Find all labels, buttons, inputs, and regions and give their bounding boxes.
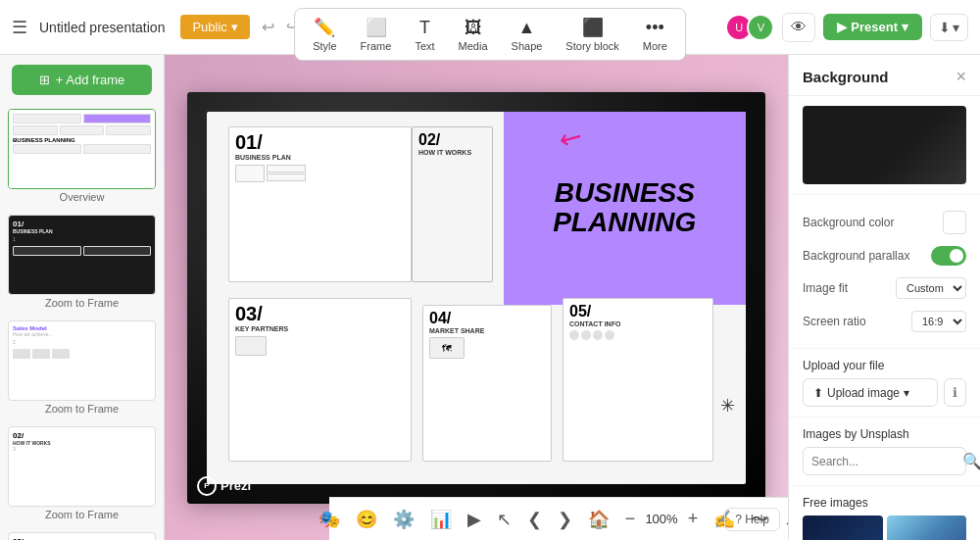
section-03-diagram — [235, 336, 267, 356]
present-button[interactable]: ▶ Present ▾ — [823, 14, 922, 40]
toolbar-style[interactable]: ✏️ Style — [303, 13, 346, 56]
bg-color-label: Background color — [803, 216, 894, 229]
slide-thumb-4[interactable]: 03/ KEY PARTNERS 4 — [8, 532, 156, 540]
mini-box — [13, 114, 81, 123]
next-button[interactable]: ❯ — [552, 505, 578, 534]
section-04[interactable]: 04/ MARKET SHARE 🗺 — [422, 305, 552, 462]
frame-label: Frame — [361, 40, 392, 52]
zoom-in-button[interactable]: + — [682, 505, 705, 533]
free-images-title: Free images — [803, 496, 966, 510]
mini-num: 01/ — [13, 220, 151, 228]
slide-item-4[interactable]: 03/ KEY PARTNERS 4 Zoom to Frame — [0, 528, 164, 540]
upload-chevron-icon: ▾ — [904, 386, 909, 400]
chart-button[interactable]: 📊 — [424, 505, 458, 534]
slide-thumb-overview[interactable]: BUSINESS PLANNING — [8, 109, 156, 189]
slide-item-overview[interactable]: BUSINESS PLANNING Overview — [0, 105, 164, 211]
preview-button[interactable]: 👁 — [782, 13, 815, 42]
section-05[interactable]: 05/ CONTACT INFO — [563, 298, 713, 462]
toolbar-shape[interactable]: ▲ Shape — [502, 14, 553, 56]
slide-label-3: Zoom to Frame — [8, 507, 156, 524]
slide-thumb-1[interactable]: 01/ BUSINESS PLAN 1 — [8, 215, 156, 295]
mini-row — [13, 246, 151, 256]
download-button[interactable]: ⬇ ▾ — [930, 14, 968, 41]
download-chevron-icon: ▾ — [953, 20, 959, 35]
toolbar-story-block[interactable]: ⬛ Story block — [556, 13, 628, 56]
bg-color-swatch[interactable] — [943, 211, 966, 234]
contact-icon — [581, 330, 591, 340]
insert-button[interactable]: 🎭 — [313, 505, 346, 534]
public-label: Public — [192, 20, 226, 34]
left-sidebar: ⊞ + Add frame BUSINESS PLANNING — [0, 55, 165, 540]
slide-item-1[interactable]: 01/ BUSINESS PLAN 1 Zoom to Frame — [0, 211, 164, 317]
section-02[interactable]: 02/ HOW IT WORKS — [412, 126, 493, 283]
add-frame-label: + Add frame — [56, 73, 124, 87]
free-images-section: Free images — [789, 486, 980, 540]
help-label: ? Help — [735, 513, 769, 526]
screen-ratio-select[interactable]: 16:9 4:3 — [911, 311, 966, 332]
prezi-text: Prezi — [220, 478, 251, 493]
free-image-1[interactable] — [803, 515, 883, 540]
slide-inner: BUSINESS PLANNING 01/ BUSINESS PLAN — [207, 112, 746, 484]
slide-canvas[interactable]: BUSINESS PLANNING 01/ BUSINESS PLAN — [187, 92, 765, 504]
story-block-label: Story block — [565, 40, 618, 52]
search-input[interactable] — [811, 455, 958, 468]
slide-item-2[interactable]: Sales Model How we achieve... 2 Zoom to … — [0, 317, 164, 422]
mini-content-3: 02/ HOW IT WORKS 3 — [9, 427, 155, 456]
panel-preview-section — [789, 96, 980, 195]
section-num-05: 05/ — [569, 303, 707, 320]
bg-color-row: Background color — [803, 205, 966, 240]
section-title-05: CONTACT INFO — [569, 320, 707, 327]
slide-item-3[interactable]: 02/ HOW IT WORKS 3 Zoom to Frame — [0, 422, 164, 528]
text-label: Text — [415, 40, 434, 52]
upload-section: Upload your file ⬆ Upload image ▾ ℹ — [789, 349, 980, 417]
help-button[interactable]: ? Help — [724, 508, 780, 531]
emoji-button[interactable]: 😊 — [350, 505, 383, 534]
home-button[interactable]: 🏠 — [582, 505, 615, 534]
present-label: Present — [851, 20, 898, 34]
section-03[interactable]: 03/ KEY PARTNERS — [228, 298, 412, 462]
style-label: Style — [313, 40, 336, 52]
mini-row — [13, 144, 151, 154]
mini-num-badge: 1 — [13, 236, 151, 242]
public-button[interactable]: Public ▾ — [180, 15, 249, 39]
panel-close-button[interactable]: × — [956, 67, 966, 87]
slide-thumb-3[interactable]: 02/ HOW IT WORKS 3 — [8, 426, 156, 507]
hamburger-icon[interactable]: ☰ — [12, 17, 27, 38]
toolbar-more[interactable]: ••• More — [633, 14, 677, 56]
mini-content-overview: BUSINESS PLANNING — [9, 110, 155, 188]
image-fit-select[interactable]: Custom Cover Contain — [896, 277, 966, 299]
mini-steps — [13, 349, 151, 359]
mini-content-1: 01/ BUSINESS PLAN 1 — [9, 216, 155, 262]
cursor-button[interactable]: ↖ — [491, 505, 517, 534]
play-button[interactable]: ▶ — [462, 505, 487, 534]
section-01[interactable]: 01/ BUSINESS PLAN — [228, 126, 412, 283]
mini-num-3: 02/ — [13, 431, 151, 440]
info-button[interactable]: ℹ — [944, 378, 966, 407]
step-box — [13, 349, 30, 359]
add-frame-button[interactable]: ⊞ + Add frame — [12, 65, 152, 95]
prezi-circle-icon: P — [197, 476, 217, 496]
settings-button[interactable]: ⚙️ — [387, 505, 420, 534]
mini-box — [83, 144, 152, 154]
section-num-01: 01/ — [235, 131, 405, 154]
contact-icon — [605, 330, 614, 340]
upload-image-button[interactable]: ⬆ Upload image ▾ — [803, 378, 938, 407]
free-image-2[interactable] — [887, 515, 967, 540]
slide-thumb-2[interactable]: Sales Model How we achieve... 2 — [8, 320, 156, 401]
bg-parallax-toggle[interactable] — [931, 246, 966, 266]
text-icon: T — [419, 18, 430, 38]
mini-box-dark — [83, 246, 152, 256]
section-title-04: MARKET SHARE — [429, 327, 545, 334]
media-icon: 🖼 — [465, 18, 482, 38]
media-label: Media — [459, 40, 488, 52]
toolbar-text[interactable]: T Text — [405, 14, 444, 56]
undo-button[interactable]: ↩ — [258, 16, 278, 38]
mini-box — [60, 125, 105, 135]
right-panel: Background × Background color Background… — [788, 55, 980, 540]
toolbar-frame[interactable]: ⬜ Frame — [351, 13, 402, 56]
mini-box — [106, 125, 151, 135]
toolbar-media[interactable]: 🖼 Media — [449, 14, 498, 56]
zoom-out-button[interactable]: − — [619, 505, 642, 533]
slide-label-2: Zoom to Frame — [8, 401, 156, 418]
prev-button[interactable]: ❮ — [521, 505, 548, 534]
